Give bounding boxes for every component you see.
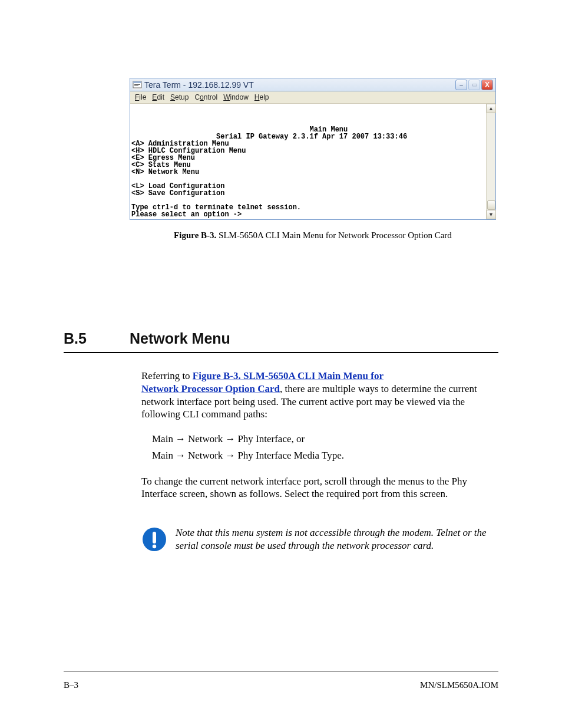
- vertical-scrollbar[interactable]: ▲ ▼: [486, 104, 495, 219]
- scroll-up-button[interactable]: ▲: [487, 104, 496, 113]
- svg-rect-2: [134, 84, 140, 85]
- terminal-window: Tera Term - 192.168.12.99 VT – ▭ X File …: [130, 78, 496, 220]
- section-heading: B.5 Network Menu: [64, 330, 498, 347]
- section-title: Network Menu: [130, 330, 230, 347]
- arrow-icon: →: [225, 450, 235, 461]
- menu-bar: File Edit Setup Control Window Help: [130, 91, 495, 104]
- minimize-button[interactable]: –: [455, 80, 467, 90]
- term-item-save: <S> Save Configuration: [131, 189, 224, 197]
- doc-id: MN/SLM5650A.IOM: [420, 680, 498, 690]
- important-icon: [141, 526, 167, 552]
- arrow-icon: →: [176, 433, 186, 444]
- paragraph-2: To change the current network interface …: [141, 475, 495, 501]
- svg-rect-1: [133, 81, 141, 83]
- scroll-down-button[interactable]: ▼: [487, 210, 496, 219]
- menu-help[interactable]: Help: [254, 93, 269, 101]
- app-icon: [133, 80, 142, 90]
- terminal-client-area: Main Menu Serial IP Gateway 2.3.1f Apr 1…: [130, 104, 495, 219]
- term-instr2: Please select an option ->: [131, 210, 242, 219]
- menu-setup[interactable]: Setup: [170, 93, 189, 101]
- maximize-button[interactable]: ▭: [468, 80, 480, 90]
- window-buttons: – ▭ X: [455, 80, 493, 90]
- important-note: Note that this menu system is not access…: [141, 526, 495, 552]
- term-item-network: <N> Network Menu: [131, 168, 199, 176]
- svg-rect-5: [153, 532, 156, 543]
- figure-label: Figure B-3.: [174, 230, 216, 240]
- nav-path-2: Main→Network→Phy Interface Media Type.: [152, 449, 495, 462]
- page-number: B–3: [64, 680, 78, 690]
- body-text: Referring to Figure B-3. SLM-5650A CLI M…: [141, 370, 495, 500]
- figure-caption: Figure B-3. SLM-5650A CLI Main Menu for …: [130, 230, 496, 241]
- footer-rule: [64, 671, 498, 671]
- window-titlebar: Tera Term - 192.168.12.99 VT – ▭ X: [130, 78, 495, 91]
- menu-file[interactable]: File: [135, 93, 146, 101]
- terminal-output[interactable]: Main Menu Serial IP Gateway 2.3.1f Apr 1…: [130, 104, 486, 219]
- figure-caption-text: SLM-5650A CLI Main Menu for Network Proc…: [216, 230, 452, 240]
- menu-control[interactable]: Control: [194, 93, 217, 101]
- menu-edit[interactable]: Edit: [152, 93, 164, 101]
- paragraph-1: Referring to Figure B-3. SLM-5650A CLI M…: [141, 370, 495, 421]
- arrow-icon: →: [176, 450, 186, 461]
- note-text: Note that this menu system is not access…: [176, 526, 495, 552]
- window-title: Tera Term - 192.168.12.99 VT: [144, 80, 455, 90]
- scroll-thumb[interactable]: [487, 200, 495, 210]
- svg-rect-3: [134, 85, 138, 86]
- nav-path-1: Main→Network→Phy Interface, or: [152, 433, 495, 446]
- page-footer: B–3 MN/SLM5650A.IOM: [64, 680, 498, 690]
- close-button[interactable]: X: [481, 80, 493, 90]
- section-number: B.5: [64, 330, 130, 347]
- arrow-icon: →: [225, 433, 235, 444]
- section-rule: [64, 352, 498, 353]
- svg-point-6: [153, 545, 156, 548]
- menu-window[interactable]: Window: [223, 93, 249, 101]
